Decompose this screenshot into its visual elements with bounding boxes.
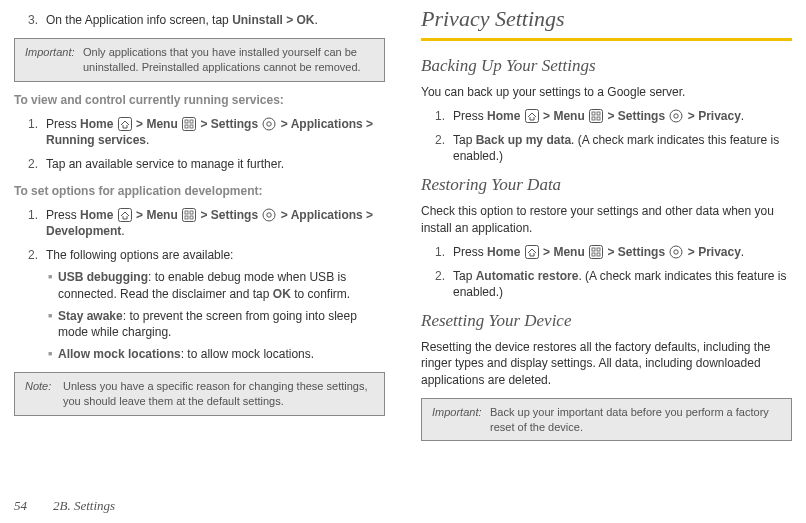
page-number: 54: [14, 497, 27, 515]
note-label: Important:: [432, 405, 490, 435]
step-3: 3. On the Application info screen, tap U…: [28, 12, 385, 28]
important-box-reset: Important: Back up your important data b…: [421, 398, 792, 442]
page-footer: 54 2B. Settings: [14, 497, 792, 515]
settings-icon: [262, 117, 276, 131]
heading-running-services: To view and control currently running se…: [14, 92, 385, 108]
note-label: Note:: [25, 379, 63, 409]
heading-development: To set options for application developme…: [14, 183, 385, 199]
menu-icon: [589, 109, 603, 123]
note-label: Important:: [25, 45, 83, 75]
backup-step-2: 2. Tap Back up my data. (A check mark in…: [435, 132, 792, 164]
menu-icon: [182, 208, 196, 222]
square-bullet-icon: ■: [48, 269, 58, 301]
bullet-usb-debugging: ■ USB debugging: to enable debug mode wh…: [48, 269, 385, 301]
restore-step-1: 1. Press Home > Menu > Settings > Privac…: [435, 244, 792, 260]
heading-privacy-settings: Privacy Settings: [421, 4, 792, 34]
restore-step-2: 2. Tap Automatic restore. (A check mark …: [435, 268, 792, 300]
step-number: 3.: [28, 12, 46, 28]
note-body: Only applications that you have installe…: [83, 45, 374, 75]
restore-intro: Check this option to restore your settin…: [421, 203, 792, 235]
settings-icon: [262, 208, 276, 222]
heading-underline: [421, 38, 792, 41]
settings-icon: [669, 109, 683, 123]
square-bullet-icon: ■: [48, 346, 58, 362]
menu-icon: [589, 245, 603, 259]
dev-step-2: 2. The following options are available:: [28, 247, 385, 263]
backup-intro: You can back up your settings to a Googl…: [421, 84, 792, 100]
section-label: 2B. Settings: [53, 497, 115, 515]
note-body: Unless you have a specific reason for ch…: [63, 379, 374, 409]
left-column: 3. On the Application info screen, tap U…: [14, 4, 385, 491]
right-column: Privacy Settings Backing Up Your Setting…: [421, 4, 792, 491]
menu-icon: [182, 117, 196, 131]
square-bullet-icon: ■: [48, 308, 58, 340]
step-body: On the Application info screen, tap Unin…: [46, 12, 318, 28]
bullet-stay-awake: ■ Stay awake: to prevent the screen from…: [48, 308, 385, 340]
reset-body: Resetting the device restores all the fa…: [421, 339, 792, 388]
heading-backup: Backing Up Your Settings: [421, 55, 792, 78]
backup-step-1: 1. Press Home > Menu > Settings > Privac…: [435, 108, 792, 124]
dev-step-1: 1. Press Home > Menu > Settings > Applic…: [28, 207, 385, 239]
important-box-uninstall: Important: Only applications that you ha…: [14, 38, 385, 82]
home-icon: [118, 117, 132, 131]
home-icon: [525, 245, 539, 259]
heading-reset: Resetting Your Device: [421, 310, 792, 333]
bullet-mock-locations: ■ Allow mock locations: to allow mock lo…: [48, 346, 385, 362]
running-step-1: 1. Press Home > Menu > Settings > Applic…: [28, 116, 385, 148]
home-icon: [525, 109, 539, 123]
home-icon: [118, 208, 132, 222]
settings-icon: [669, 245, 683, 259]
running-step-2: 2. Tap an available service to manage it…: [28, 156, 385, 172]
note-body: Back up your important data before you p…: [490, 405, 781, 435]
heading-restore: Restoring Your Data: [421, 174, 792, 197]
note-box-dev: Note: Unless you have a specific reason …: [14, 372, 385, 416]
